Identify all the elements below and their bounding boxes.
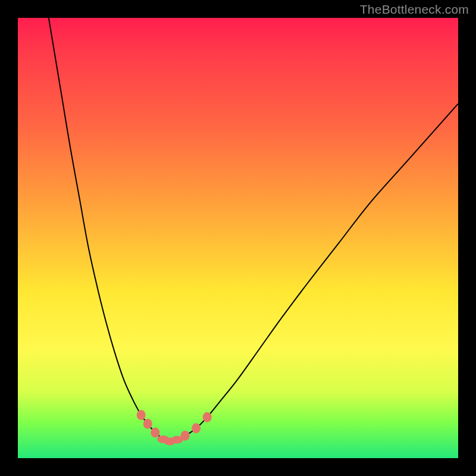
- data-marker: [151, 428, 159, 438]
- plot-area: [18, 18, 458, 458]
- data-marker: [137, 410, 146, 420]
- bottleneck-curve: [44, 18, 458, 441]
- data-marker: [143, 419, 152, 429]
- watermark-text: TheBottleneck.com: [360, 2, 469, 17]
- curve-layer: [44, 18, 458, 441]
- marker-layer: [137, 410, 212, 445]
- chart-frame: TheBottleneck.com: [0, 0, 476, 476]
- data-marker: [192, 423, 201, 433]
- data-marker: [203, 412, 212, 422]
- data-marker: [181, 431, 190, 441]
- chart-svg: [18, 18, 458, 458]
